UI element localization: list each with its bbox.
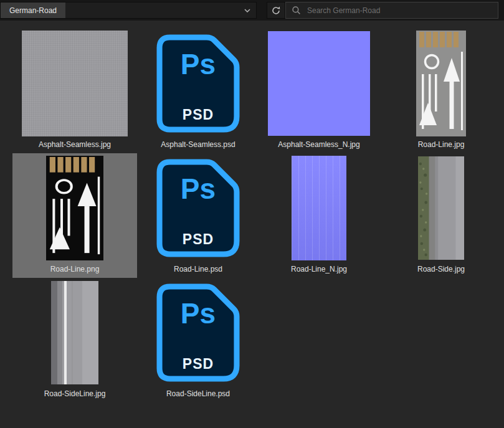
road-line-thumbnail xyxy=(46,156,103,260)
psd-label-text: PSD xyxy=(156,231,240,248)
psd-file-icon: PsPSD xyxy=(156,158,240,258)
file-item[interactable]: Road-Side.jpg xyxy=(379,153,503,278)
file-item[interactable]: Road-Line.jpg xyxy=(379,29,503,153)
road-side-graphic xyxy=(418,156,464,260)
file-name: Asphalt-Seamless.jpg xyxy=(39,140,111,150)
file-name: Road-Line.psd xyxy=(174,264,222,274)
thumbnail[interactable] xyxy=(12,153,137,263)
thumbnail[interactable] xyxy=(257,153,381,263)
psd-file-icon: PsPSD xyxy=(156,34,240,133)
file-name: Road-Line.jpg xyxy=(418,140,465,150)
psd-label-text: PSD xyxy=(156,107,240,123)
file-name: Asphalt-Seamless.psd xyxy=(161,140,235,150)
ps-logo-text: Ps xyxy=(156,297,240,330)
road-side-thumbnail xyxy=(418,156,464,260)
file-item[interactable]: PsPSDRoad-SideLine.psd xyxy=(136,278,260,402)
file-name: Road-Side.jpg xyxy=(417,264,465,274)
file-name: Road-Line_N.jpg xyxy=(291,264,347,274)
road-markings-graphic xyxy=(46,156,103,260)
file-item[interactable]: Road-Line.png xyxy=(12,153,137,278)
thumbnail[interactable] xyxy=(379,29,503,138)
thumbnail[interactable] xyxy=(257,29,381,138)
file-item[interactable]: Asphalt-Seamless.jpg xyxy=(12,29,137,153)
thumbnail[interactable] xyxy=(379,153,503,263)
normal-map-thumbnail xyxy=(292,156,346,260)
file-name: Road-SideLine.psd xyxy=(166,389,230,399)
file-name: Asphalt-Seamless_N.jpg xyxy=(278,140,359,150)
ps-logo-text: Ps xyxy=(156,172,240,206)
road-markings-graphic xyxy=(416,31,466,136)
road-sideline-thumbnail xyxy=(51,281,98,384)
file-item[interactable]: Road-Line_N.jpg xyxy=(257,153,381,278)
road-sideline-graphic xyxy=(51,281,98,384)
ps-logo-text: Ps xyxy=(156,47,240,81)
asphalt-texture-thumbnail xyxy=(22,31,128,136)
file-item[interactable]: Road-SideLine.jpg xyxy=(12,278,137,402)
thumbnail[interactable]: PsPSD xyxy=(136,29,260,138)
thumbnail[interactable] xyxy=(12,278,137,388)
normal-map-thumbnail xyxy=(268,31,370,136)
file-item[interactable]: PsPSDAsphalt-Seamless.psd xyxy=(136,29,260,153)
road-line-thumbnail xyxy=(416,31,466,136)
file-item[interactable]: PsPSDRoad-Line.psd xyxy=(136,153,260,278)
psd-file-icon: PsPSD xyxy=(156,283,240,383)
thumbnail[interactable]: PsPSD xyxy=(136,278,260,388)
thumbnail[interactable] xyxy=(12,29,137,138)
psd-label-text: PSD xyxy=(156,356,240,373)
file-name: Road-Line.png xyxy=(50,264,100,274)
file-item[interactable]: Asphalt-Seamless_N.jpg xyxy=(257,29,381,153)
thumbnail[interactable]: PsPSD xyxy=(136,153,260,263)
file-grid: Asphalt-Seamless.jpgPsPSDAsphalt-Seamles… xyxy=(0,0,504,428)
file-name: Road-SideLine.jpg xyxy=(44,389,106,399)
